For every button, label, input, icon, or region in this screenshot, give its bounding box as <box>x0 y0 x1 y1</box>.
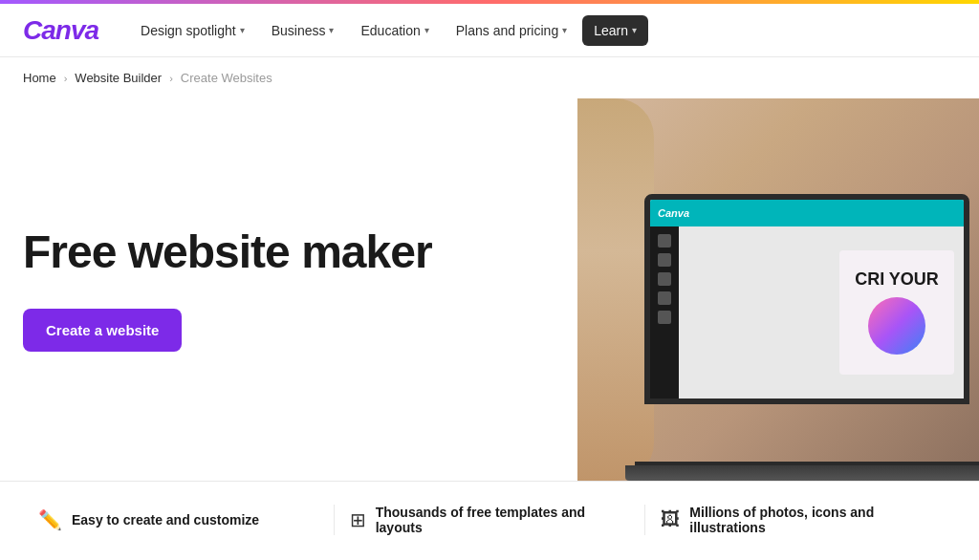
chevron-down-icon: ▾ <box>562 25 567 35</box>
hero-left: Free website maker Create a website <box>0 98 577 481</box>
chevron-down-icon: ▾ <box>424 25 429 35</box>
toolbar-icon-3 <box>658 272 671 286</box>
toolbar-icon-4 <box>658 291 671 305</box>
breadcrumb-sep-2: › <box>169 73 173 84</box>
chevron-down-icon: ▾ <box>329 25 334 35</box>
chevron-down-icon: ▾ <box>632 25 637 35</box>
main-content: Free website maker Create a website Canv… <box>0 98 979 481</box>
templates-icon: ⊞ <box>350 508 366 531</box>
laptop-screen: Canva CRI YOUR <box>644 194 969 404</box>
laptop-image: Canva CRI YOUR <box>625 194 979 481</box>
breadcrumb: Home › Website Builder › Create Websites <box>0 57 979 98</box>
breadcrumb-sep-1: › <box>64 73 68 84</box>
nav-business[interactable]: Business ▾ <box>260 15 346 46</box>
nav-plans-pricing[interactable]: Plans and pricing ▾ <box>445 15 578 46</box>
hero-image: Canva CRI YOUR <box>577 98 979 481</box>
feature-photos-label: Millions of photos, icons and illustrati… <box>689 505 941 535</box>
design-card-image <box>868 297 925 355</box>
toolbar-icon-2 <box>658 253 671 267</box>
chevron-down-icon: ▾ <box>240 25 245 35</box>
canva-app-bar: Canva <box>650 200 964 226</box>
hero-title: Free website maker <box>23 227 555 278</box>
design-card-text: CRI YOUR <box>855 270 939 290</box>
photos-icon: 🖼 <box>661 508 680 530</box>
feature-photos: 🖼 Millions of photos, icons and illustra… <box>644 505 956 535</box>
feature-templates: ⊞ Thousands of free templates and layout… <box>334 505 645 535</box>
features-bar: ✏️ Easy to create and customize ⊞ Thousa… <box>0 481 979 557</box>
laptop-base <box>625 465 979 481</box>
main-nav: Design spotlight ▾ Business ▾ Education … <box>129 15 956 46</box>
canva-toolbar <box>650 226 679 398</box>
nav-education[interactable]: Education ▾ <box>349 15 440 46</box>
create-website-button[interactable]: Create a website <box>23 309 182 352</box>
feature-easy-create: ✏️ Easy to create and customize <box>23 508 334 531</box>
canva-logo[interactable]: Canva <box>23 15 98 46</box>
breadcrumb-home[interactable]: Home <box>23 71 56 85</box>
nav-design-spotlight[interactable]: Design spotlight ▾ <box>129 15 256 46</box>
toolbar-icon-5 <box>658 311 671 324</box>
canva-canvas: CRI YOUR <box>679 226 964 398</box>
feature-easy-label: Easy to create and customize <box>72 512 259 528</box>
toolbar-icon-1 <box>658 234 671 248</box>
breadcrumb-website-builder[interactable]: Website Builder <box>75 71 162 85</box>
nav-learn[interactable]: Learn ▾ <box>582 15 648 46</box>
feature-templates-label: Thousands of free templates and layouts <box>376 505 630 535</box>
breadcrumb-current: Create Websites <box>181 71 272 85</box>
edit-icon: ✏️ <box>38 508 62 531</box>
screen-content: Canva CRI YOUR <box>650 200 964 398</box>
design-card: CRI YOUR <box>839 250 954 375</box>
header: Canva Design spotlight ▾ Business ▾ Educ… <box>0 4 979 57</box>
